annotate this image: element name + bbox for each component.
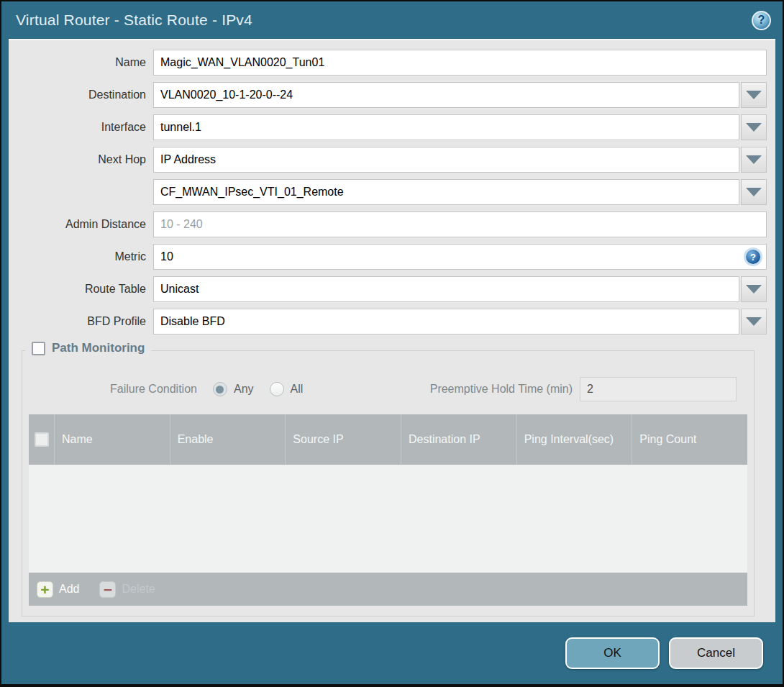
metric-row: Metric ? <box>9 244 767 270</box>
name-field <box>153 50 767 76</box>
table-header-name: Name <box>54 414 170 465</box>
failure-condition-radio-group: Any All <box>197 382 303 396</box>
route-table-label: Route Table <box>9 283 153 296</box>
admin-distance-row: Admin Distance <box>9 211 767 237</box>
static-route-dialog: Virtual Router - Static Route - IPv4 ? N… <box>0 0 784 687</box>
metric-input[interactable] <box>153 244 767 270</box>
destination-row: Destination <box>9 82 767 108</box>
ok-button[interactable]: OK <box>565 637 660 669</box>
next-hop-address-row <box>9 179 767 205</box>
next-hop-dropdown-button[interactable] <box>741 147 767 173</box>
add-button-label: Add <box>59 583 79 596</box>
failure-condition-label: Failure Condition <box>110 383 197 396</box>
route-table-input[interactable] <box>153 276 739 302</box>
table-header-source-ip: Source IP <box>285 414 401 465</box>
route-table-dropdown-button[interactable] <box>741 276 767 302</box>
delete-button[interactable]: − Delete <box>99 581 155 598</box>
table-header-destination-ip: Destination IP <box>401 414 516 465</box>
dialog-title: Virtual Router - Static Route - IPv4 <box>16 12 252 29</box>
route-table-field <box>153 276 767 302</box>
name-label: Name <box>9 56 153 69</box>
bfd-profile-dropdown-button[interactable] <box>741 309 767 335</box>
interface-field <box>153 114 767 140</box>
bfd-profile-row: BFD Profile <box>9 309 767 335</box>
name-row: Name <box>9 50 767 76</box>
admin-distance-input[interactable] <box>153 211 767 237</box>
preemptive-hold-time-input[interactable] <box>580 377 737 401</box>
next-hop-type-input[interactable] <box>153 147 739 173</box>
bfd-profile-input[interactable] <box>153 309 739 335</box>
add-button[interactable]: + Add <box>37 581 79 598</box>
interface-input[interactable] <box>153 114 739 140</box>
chevron-down-icon <box>746 91 762 99</box>
table-toolbar: + Add − Delete <box>29 573 747 606</box>
table-header-select <box>29 414 54 465</box>
metric-field: ? <box>153 244 767 270</box>
next-hop-address-dropdown-button[interactable] <box>741 179 767 205</box>
path-monitoring-title: Path Monitoring <box>52 341 145 355</box>
failure-condition-any-radio[interactable] <box>213 382 227 396</box>
destination-input[interactable] <box>153 82 739 108</box>
chevron-down-icon <box>746 317 762 326</box>
path-monitoring-section: Path Monitoring Failure Condition Any Al… <box>22 350 755 617</box>
table-header-ping-interval: Ping Interval(sec) <box>516 414 632 465</box>
interface-label: Interface <box>9 121 153 134</box>
metric-help-icon: ? <box>746 250 760 264</box>
next-hop-address-field <box>153 179 767 205</box>
path-monitoring-legend: Path Monitoring <box>25 341 151 355</box>
path-monitoring-checkbox[interactable] <box>32 342 45 355</box>
select-all-checkbox[interactable] <box>35 432 49 447</box>
path-monitoring-options-row: Failure Condition Any All Preemptive Hol… <box>28 373 748 414</box>
dialog-content: Name Destination Interface <box>9 39 775 622</box>
help-icon[interactable]: ? <box>752 11 771 30</box>
next-hop-field <box>153 147 767 173</box>
path-monitoring-table: Name Enable Source IP Destination IP Pin… <box>29 414 747 606</box>
next-hop-row: Next Hop <box>9 147 767 173</box>
failure-condition-any-label: Any <box>234 383 254 396</box>
failure-condition-all-radio[interactable] <box>270 382 284 396</box>
admin-distance-label: Admin Distance <box>9 218 153 231</box>
admin-distance-field <box>153 211 767 237</box>
cancel-button[interactable]: Cancel <box>669 637 763 669</box>
chevron-down-icon <box>746 285 762 294</box>
table-body <box>29 465 747 573</box>
interface-dropdown-button[interactable] <box>741 114 767 140</box>
dialog-footer: OK Cancel <box>1 622 783 684</box>
interface-row: Interface <box>9 114 767 140</box>
chevron-down-icon <box>746 123 762 132</box>
preemptive-hold-time-label: Preemptive Hold Time (min) <box>430 383 573 396</box>
failure-condition-all-label: All <box>291 383 304 396</box>
destination-field <box>153 82 767 108</box>
delete-button-label: Delete <box>122 583 155 596</box>
next-hop-address-input[interactable] <box>153 179 739 205</box>
destination-label: Destination <box>9 88 153 101</box>
chevron-down-icon <box>746 155 762 164</box>
table-header-enable: Enable <box>170 414 286 465</box>
chevron-down-icon <box>746 188 762 196</box>
bfd-profile-label: BFD Profile <box>9 315 153 328</box>
delete-icon: − <box>99 581 116 598</box>
table-header-row: Name Enable Source IP Destination IP Pin… <box>29 414 747 465</box>
next-hop-label: Next Hop <box>9 153 153 166</box>
table-header-ping-count: Ping Count <box>632 414 747 465</box>
dialog-titlebar: Virtual Router - Static Route - IPv4 ? <box>1 1 783 39</box>
add-icon: + <box>37 581 53 598</box>
bfd-profile-field <box>153 309 767 335</box>
metric-label: Metric <box>9 250 153 263</box>
destination-dropdown-button[interactable] <box>741 82 767 108</box>
name-input[interactable] <box>153 50 767 76</box>
route-table-row: Route Table <box>9 276 767 302</box>
